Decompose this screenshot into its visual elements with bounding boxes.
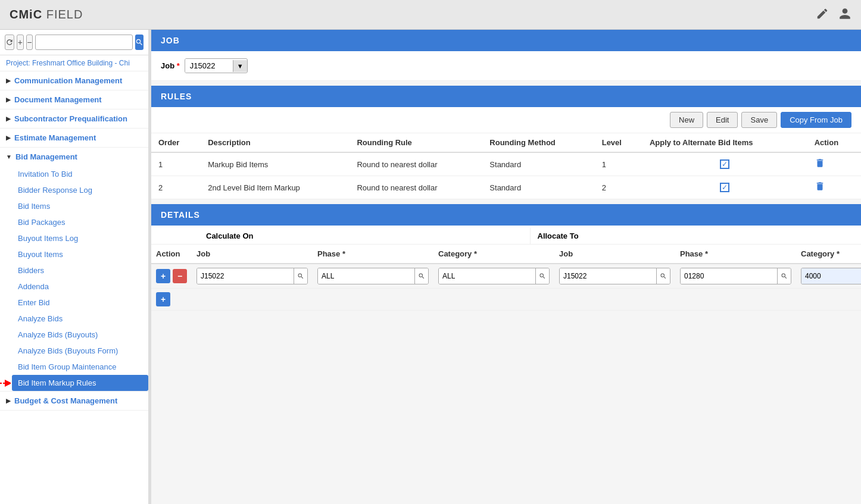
sidebar-item-bid-item-markup-rules[interactable]: Bid Item Markup Rules: [12, 375, 148, 391]
phase-calc-search-button[interactable]: [414, 268, 428, 284]
chevron-down-icon: ▼: [6, 154, 12, 160]
rules-section-header: RULES: [151, 86, 861, 107]
details-column-group-header: Calculate On Allocate To: [151, 226, 861, 245]
sidebar-search-button[interactable]: [135, 35, 144, 50]
sidebar-item-subcontractor[interactable]: ▶ Subcontractor Prequalification: [0, 109, 148, 128]
sidebar-item-bid-items[interactable]: Bid Items: [12, 198, 148, 214]
nav-group-subcontractor: ▶ Subcontractor Prequalification: [0, 109, 148, 129]
edit-icon[interactable]: [816, 7, 829, 22]
copy-from-job-button[interactable]: Copy From Job: [781, 112, 851, 128]
cell-add-only: +: [151, 289, 192, 311]
save-button[interactable]: Save: [741, 112, 777, 128]
details-section-header: DETAILS: [151, 204, 861, 226]
col-apply-alternate: Apply to Alternate Bid Items: [642, 133, 807, 152]
cell-rounding-method: Standard: [482, 152, 594, 176]
job-alloc-input[interactable]: [560, 268, 656, 284]
category-alloc-input[interactable]: [801, 268, 861, 284]
job-calc-input[interactable]: [197, 268, 294, 284]
app-title-light: FIELD: [42, 8, 83, 21]
job-calc-search-button[interactable]: [294, 268, 307, 284]
sidebar-refresh-button[interactable]: [5, 35, 14, 50]
sidebar-item-label: Estimate Management: [14, 133, 96, 142]
sidebar-item-analyze-bids-buyouts-form[interactable]: Analyze Bids (Buyouts Form): [12, 343, 148, 359]
remove-row-button[interactable]: −: [173, 269, 187, 283]
cell-delete-2[interactable]: [807, 176, 861, 199]
sidebar-item-invitation-to-bid[interactable]: Invitation To Bid: [12, 166, 148, 182]
col-job-calc: Job: [192, 245, 313, 264]
nav-group-document: ▶ Document Management: [0, 90, 148, 109]
sidebar-item-label: Communication Management: [14, 76, 122, 85]
sidebar-item-communication[interactable]: ▶ Communication Management: [0, 71, 148, 90]
sidebar-item-analyze-bids[interactable]: Analyze Bids: [12, 311, 148, 327]
cell-rounding-method: Standard: [482, 176, 594, 199]
sidebar-item-bidder-response-log[interactable]: Bidder Response Log: [12, 182, 148, 198]
col-category-alloc: Category *: [796, 245, 861, 264]
rules-toolbar: New Edit Save Copy From Job: [151, 107, 861, 133]
apply-alternate-checkbox-1[interactable]: [720, 159, 729, 169]
bid-management-items: Invitation To Bid Bidder Response Log Bi…: [0, 166, 148, 391]
col-phase-alloc: Phase *: [675, 245, 796, 264]
cell-order: 1: [151, 152, 201, 176]
cell-delete[interactable]: [807, 152, 861, 176]
category-calc-search-button[interactable]: [535, 268, 549, 284]
cell-level: 1: [595, 152, 642, 176]
chevron-right-icon: ▶: [6, 96, 11, 103]
category-calc-input-wrapper: [438, 268, 550, 284]
empty-cells: [192, 289, 861, 311]
delete-row-2-button[interactable]: [815, 183, 825, 193]
sidebar-item-bid-packages[interactable]: Bid Packages: [12, 214, 148, 230]
apply-alternate-checkbox-2[interactable]: [720, 183, 729, 192]
red-arrow-indicator: [0, 377, 11, 389]
nav-group-bid: ▼ Bid Management Invitation To Bid Bidde…: [0, 148, 148, 392]
sidebar-item-budget[interactable]: ▶ Budget & Cost Management: [0, 392, 148, 410]
category-calc-input[interactable]: [439, 268, 535, 284]
col-rounding-rule: Rounding Rule: [350, 133, 482, 152]
sidebar-item-estimate[interactable]: ▶ Estimate Management: [0, 129, 148, 147]
phase-alloc-input[interactable]: [681, 268, 777, 284]
new-button[interactable]: New: [670, 112, 703, 128]
sidebar-item-document[interactable]: ▶ Document Management: [0, 90, 148, 109]
add-row-button[interactable]: +: [156, 269, 170, 283]
edit-button[interactable]: Edit: [707, 112, 738, 128]
app-title-bold: CMiC: [10, 8, 42, 21]
col-action-details: Action: [151, 245, 192, 264]
cell-apply-alternate-2[interactable]: [642, 176, 807, 199]
details-table: Action Job Phase * Category * Job Phase …: [151, 245, 861, 311]
sidebar-item-enter-bid[interactable]: Enter Bid: [12, 295, 148, 311]
col-level: Level: [595, 133, 642, 152]
table-row: 2 2nd Level Bid Item Markup Round to nea…: [151, 176, 861, 199]
sidebar-search-input[interactable]: [35, 35, 133, 50]
job-dropdown-button[interactable]: ▼: [233, 60, 247, 72]
sidebar-resize-handle[interactable]: [149, 30, 151, 504]
calculate-on-header: Calculate On: [199, 228, 531, 244]
job-alloc-search-button[interactable]: [656, 268, 670, 284]
sidebar-item-bid-item-group-maintenance[interactable]: Bid Item Group Maintenance: [12, 359, 148, 375]
cell-apply-alternate[interactable]: [642, 152, 807, 176]
job-alloc-input-wrapper: [559, 268, 670, 284]
add-new-row-button[interactable]: +: [156, 292, 170, 306]
col-category-calc: Category *: [433, 245, 554, 264]
job-section-header: JOB: [151, 30, 861, 51]
chevron-right-icon: ▶: [6, 134, 11, 141]
delete-row-1-button[interactable]: [815, 160, 825, 170]
col-rounding-method: Rounding Method: [482, 133, 594, 152]
rules-section: RULES New Edit Save Copy From Job Order …: [151, 86, 861, 199]
phase-calc-input[interactable]: [318, 268, 414, 284]
sidebar-item-buyout-items-log[interactable]: Buyout Items Log: [12, 230, 148, 246]
sidebar-toolbar: + −: [0, 30, 148, 55]
col-order: Order: [151, 133, 201, 152]
sidebar-item-buyout-items[interactable]: Buyout Items: [12, 246, 148, 262]
job-label: Job *: [161, 61, 180, 70]
sidebar-item-addenda[interactable]: Addenda: [12, 278, 148, 295]
cell-category-calc: [433, 264, 554, 289]
sidebar-item-analyze-bids-buyouts[interactable]: Analyze Bids (Buyouts): [12, 327, 148, 343]
sidebar-minus-button[interactable]: −: [26, 35, 33, 50]
sidebar-add-button[interactable]: +: [17, 35, 24, 50]
job-input[interactable]: [185, 59, 233, 73]
user-icon[interactable]: [838, 7, 851, 22]
sidebar-item-bid[interactable]: ▼ Bid Management: [0, 148, 148, 166]
sidebar: + − Project: Freshmart Office Building -…: [0, 30, 149, 504]
cell-rounding-rule: Round to nearest dollar: [350, 176, 482, 199]
phase-alloc-search-button[interactable]: [777, 268, 791, 284]
sidebar-item-bidders[interactable]: Bidders: [12, 262, 148, 278]
